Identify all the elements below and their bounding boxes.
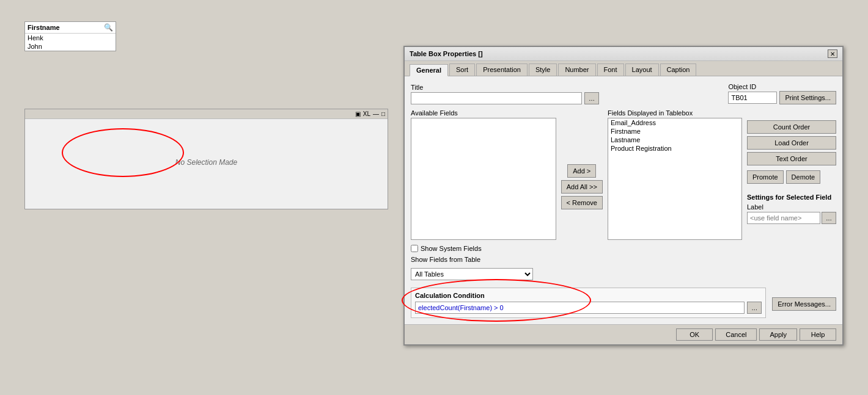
field-item-product[interactable]: Product Registration [608,144,741,153]
tab-number[interactable]: Number [558,63,595,76]
ok-button[interactable]: OK [676,328,713,341]
available-fields-label: Available Fields [411,109,556,117]
tabs-bar: General Sort Presentation Style Number F… [405,61,842,76]
dialog-body: Title … Object ID Print Settings... [405,76,842,324]
fields-displayed-label: Fields Displayed in Tablebox [608,109,742,117]
inner-window-titlebar: ▣ XL — □ [25,109,388,119]
list-item[interactable]: John [25,42,116,51]
field-item-email[interactable]: Email_Address [608,118,741,127]
show-system-fields-label: Show System Fields [421,245,482,252]
show-fields-label: Show Fields from Table [411,256,480,263]
objectid-group: Object ID Print Settings... [728,82,836,104]
remove-button[interactable]: < Remove [561,196,603,209]
displayed-fields-col: Fields Displayed in Tablebox Email_Addre… [608,109,742,240]
listbox-container: Firstname 🔍 Henk John [24,21,116,51]
title-input[interactable] [411,92,582,104]
inner-window: ▣ XL — □ No Selection Made [24,109,388,209]
displayed-fields-list[interactable]: Email_Address Firstname Lastname Product… [608,118,742,240]
object-id-input[interactable] [728,92,777,104]
tab-font[interactable]: Font [597,63,624,76]
tab-layout[interactable]: Layout [625,63,659,76]
calc-section: Calculation Condition electedCount(First… [411,288,766,318]
add-remove-buttons: Add > Add All >> < Remove [561,109,603,240]
search-icon[interactable]: 🔍 [104,23,113,32]
calc-label: Calculation Condition [415,292,762,299]
calc-condition-input[interactable]: electedCount(Firstname) > 0 [415,302,745,314]
dialog-titlebar: Table Box Properties [] ✕ [405,47,842,61]
bottom-section: Calculation Condition electedCount(First… [411,285,836,318]
print-settings-button[interactable]: Print Settings... [779,91,836,104]
listbox-header: Firstname 🔍 [25,22,116,34]
demote-button[interactable]: Demote [786,170,821,184]
available-fields-col: Available Fields [411,109,556,240]
title-objectid-row: Title … Object ID Print Settings... [411,82,836,104]
dialog-body-wrapper: Title … Object ID Print Settings... [405,76,842,324]
load-order-button[interactable]: Load Order [747,136,836,150]
error-messages-button[interactable]: Error Messages... [772,297,836,311]
window-restore-icon[interactable]: □ [381,111,385,117]
window-minimize-icon[interactable]: — [373,111,379,117]
list-item[interactable]: Henk [25,34,116,42]
object-id-label: Object ID [728,83,777,90]
tab-style[interactable]: Style [529,63,557,76]
calc-condition-wrapper: Calculation Condition electedCount(First… [411,285,766,318]
error-messages-section: Error Messages... [772,285,836,311]
count-order-button[interactable]: Count Order [747,120,836,134]
help-button[interactable]: Help [800,328,836,341]
add-button[interactable]: Add > [567,164,596,178]
no-selection-text: No Selection Made [175,158,237,167]
inner-window-content: No Selection Made [25,119,388,205]
table-dropdown[interactable]: All Tables [411,268,533,280]
window-label-xl: XL [363,111,370,117]
title-label: Title [411,84,723,91]
available-fields-list[interactable] [411,118,556,240]
add-all-button[interactable]: Add All >> [561,180,603,194]
dialog-footer: OK Cancel Apply Help [405,324,842,344]
label-browse-button[interactable]: … [822,212,836,224]
settings-label: Settings for Selected Field [747,194,836,201]
dialog-title: Table Box Properties [] [410,50,483,57]
title-group: Title … [411,84,723,104]
table-dropdown-row: All Tables [411,268,836,280]
show-system-fields-checkbox[interactable] [411,245,418,252]
tab-presentation[interactable]: Presentation [476,63,528,76]
promote-demote-row: Promote Demote [747,170,836,184]
right-section: Count Order Load Order Text Order Promot… [747,109,836,240]
cancel-button[interactable]: Cancel [715,328,757,341]
dialog: Table Box Properties [] ✕ General Sort P… [403,46,844,346]
tab-caption[interactable]: Caption [660,63,697,76]
field-label-label: Label [747,203,836,211]
dialog-close-button[interactable]: ✕ [828,49,837,58]
field-item-lastname[interactable]: Lastname [608,136,741,144]
window-icon-xl: ▣ [355,111,361,117]
settings-section: Settings for Selected Field Label … [747,194,836,224]
calc-browse-button[interactable]: … [747,302,762,314]
annotation-oval [62,128,184,177]
field-item-firstname[interactable]: Firstname [608,127,741,136]
text-order-button[interactable]: Text Order [747,152,836,165]
tab-sort[interactable]: Sort [449,63,475,76]
show-fields-row: Show Fields from Table [411,256,836,263]
listbox-title: Firstname [28,24,60,31]
label-input[interactable] [747,212,820,224]
tab-general[interactable]: General [410,64,448,76]
calc-input-row: electedCount(Firstname) > 0 … [415,302,762,314]
fields-section: Available Fields Add > Add All >> < Remo… [411,109,836,240]
title-browse-button[interactable]: … [584,92,599,104]
promote-button[interactable]: Promote [747,170,784,184]
apply-button[interactable]: Apply [759,328,797,341]
show-system-fields-row: Show System Fields [411,245,836,252]
